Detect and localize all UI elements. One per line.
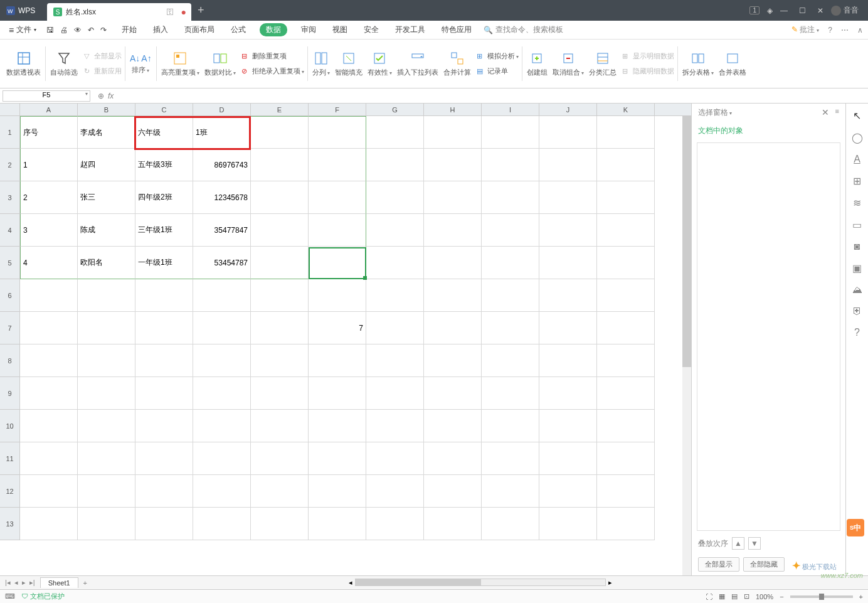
cell-B12[interactable] bbox=[78, 475, 135, 508]
cell-E13[interactable] bbox=[251, 508, 309, 540]
tab-close-icon[interactable]: ● bbox=[181, 7, 186, 17]
tab-view[interactable]: 视图 bbox=[330, 23, 350, 36]
cell-H5[interactable] bbox=[424, 247, 482, 279]
cell-G12[interactable] bbox=[366, 475, 424, 508]
cell-C9[interactable] bbox=[135, 377, 193, 410]
cell-C6[interactable] bbox=[135, 279, 193, 312]
cell-B11[interactable] bbox=[78, 442, 135, 475]
row-header-8[interactable]: 8 bbox=[0, 344, 20, 377]
col-header-A[interactable]: A bbox=[20, 104, 78, 115]
pivot-table-button[interactable]: 数据透视表 bbox=[4, 48, 43, 80]
cell-E4[interactable] bbox=[251, 214, 309, 247]
cell-D5[interactable]: 53454787 bbox=[193, 247, 251, 279]
record-form-button[interactable]: ▤记录单 bbox=[474, 65, 520, 78]
cell-D9[interactable] bbox=[193, 377, 251, 410]
col-header-I[interactable]: I bbox=[482, 104, 539, 115]
cell-H12[interactable] bbox=[424, 475, 482, 508]
cell-K2[interactable] bbox=[597, 149, 655, 181]
cell-G10[interactable] bbox=[366, 410, 424, 442]
cell-J10[interactable] bbox=[539, 410, 597, 442]
cell-I3[interactable] bbox=[482, 181, 539, 214]
add-sheet-button[interactable]: + bbox=[78, 579, 92, 587]
col-header-J[interactable]: J bbox=[539, 104, 597, 115]
cell-F9[interactable] bbox=[309, 377, 366, 410]
cell-B8[interactable] bbox=[78, 344, 135, 377]
cell-I12[interactable] bbox=[482, 475, 539, 508]
function-wizard-icon[interactable]: ⊕ bbox=[98, 92, 104, 100]
remove-dup-button[interactable]: ⊟删除重复项 bbox=[238, 50, 305, 63]
cell-F2[interactable] bbox=[309, 149, 366, 181]
cell-I10[interactable] bbox=[482, 410, 539, 442]
row-header-6[interactable]: 6 bbox=[0, 279, 20, 312]
cell-J2[interactable] bbox=[539, 149, 597, 181]
user-avatar[interactable]: 音音 bbox=[831, 5, 859, 16]
tab-insert[interactable]: 插入 bbox=[151, 23, 171, 36]
cell-I8[interactable] bbox=[482, 344, 539, 377]
cell-E1[interactable] bbox=[251, 116, 309, 149]
cell-E11[interactable] bbox=[251, 442, 309, 475]
cell-A8[interactable] bbox=[20, 344, 78, 377]
cell-J9[interactable] bbox=[539, 377, 597, 410]
col-header-E[interactable]: E bbox=[251, 104, 309, 115]
cell-D8[interactable] bbox=[193, 344, 251, 377]
show-all-button[interactable]: ▽全部显示 bbox=[80, 50, 123, 63]
row-header-5[interactable]: 5 bbox=[0, 247, 20, 279]
cell-K6[interactable] bbox=[597, 279, 655, 312]
group-button[interactable]: 创建组 bbox=[524, 48, 550, 80]
cell-H2[interactable] bbox=[424, 149, 482, 181]
tab-page-layout[interactable]: 页面布局 bbox=[182, 23, 217, 36]
fx-icon[interactable]: fx bbox=[108, 92, 114, 100]
reject-dup-button[interactable]: ⊘拒绝录入重复项 bbox=[238, 65, 305, 78]
cell-I5[interactable] bbox=[482, 247, 539, 279]
cell-C11[interactable] bbox=[135, 442, 193, 475]
print-preview-icon[interactable]: 👁 bbox=[74, 26, 82, 35]
cell-H10[interactable] bbox=[424, 410, 482, 442]
cell-A6[interactable] bbox=[20, 279, 78, 312]
cell-C3[interactable]: 四年级2班 bbox=[135, 181, 193, 214]
cell-E6[interactable] bbox=[251, 279, 309, 312]
cells-area[interactable]: 序号李成名六年级1班1赵四五年级3班869767432张三四年级2班123456… bbox=[20, 116, 655, 540]
cell-I7[interactable] bbox=[482, 312, 539, 344]
row-header-2[interactable]: 2 bbox=[0, 149, 20, 181]
print-icon[interactable]: 🖨 bbox=[60, 26, 68, 35]
cell-A10[interactable] bbox=[20, 410, 78, 442]
cell-D2[interactable]: 86976743 bbox=[193, 149, 251, 181]
input-mode-icon[interactable]: ⌨ bbox=[5, 592, 15, 600]
cell-D13[interactable] bbox=[193, 508, 251, 540]
cell-J7[interactable] bbox=[539, 312, 597, 344]
cell-A13[interactable] bbox=[20, 508, 78, 540]
cell-D3[interactable]: 12345678 bbox=[193, 181, 251, 214]
text-style-icon[interactable]: A bbox=[854, 154, 860, 165]
sheet-next-icon[interactable]: ▸ bbox=[22, 579, 26, 587]
cell-I2[interactable] bbox=[482, 149, 539, 181]
cell-B5[interactable]: 欧阳名 bbox=[78, 247, 135, 279]
command-search[interactable]: 🔍 查找命令、搜索模板 bbox=[484, 24, 563, 35]
insert-dropdown-button[interactable]: 插入下拉列表 bbox=[394, 48, 441, 80]
hide-all-button[interactable]: 全部隐藏 bbox=[743, 557, 785, 572]
cell-G6[interactable] bbox=[366, 279, 424, 312]
what-if-button[interactable]: ⊞模拟分析 bbox=[474, 50, 520, 63]
cell-G3[interactable] bbox=[366, 181, 424, 214]
select-tool-icon[interactable]: ↖ bbox=[853, 110, 861, 122]
cell-C4[interactable]: 三年级1班 bbox=[135, 214, 193, 247]
cell-F13[interactable] bbox=[309, 508, 366, 540]
chart-icon[interactable]: ≋ bbox=[853, 197, 861, 209]
data-compare-button[interactable]: 数据对比 bbox=[202, 48, 238, 80]
sort-desc-icon[interactable]: A↑ bbox=[141, 53, 151, 63]
cell-G5[interactable] bbox=[366, 247, 424, 279]
protection-status[interactable]: 🛡 文档已保护 bbox=[21, 592, 65, 601]
merge-table-button[interactable]: 合并表格 bbox=[716, 48, 749, 80]
view-normal-icon[interactable]: ▦ bbox=[719, 592, 725, 600]
cell-D6[interactable] bbox=[193, 279, 251, 312]
name-box[interactable]: F5 bbox=[3, 90, 90, 102]
cell-I9[interactable] bbox=[482, 377, 539, 410]
cell-G8[interactable] bbox=[366, 344, 424, 377]
close-button[interactable]: ✕ bbox=[817, 6, 823, 15]
cell-C7[interactable] bbox=[135, 312, 193, 344]
zoom-out-button[interactable]: − bbox=[780, 593, 783, 600]
smart-fill-button[interactable]: 智能填充 bbox=[332, 48, 365, 80]
cell-A5[interactable]: 4 bbox=[20, 247, 78, 279]
cell-K9[interactable] bbox=[597, 377, 655, 410]
view-page-icon[interactable]: ▤ bbox=[731, 592, 738, 600]
zoom-slider[interactable] bbox=[790, 595, 853, 598]
